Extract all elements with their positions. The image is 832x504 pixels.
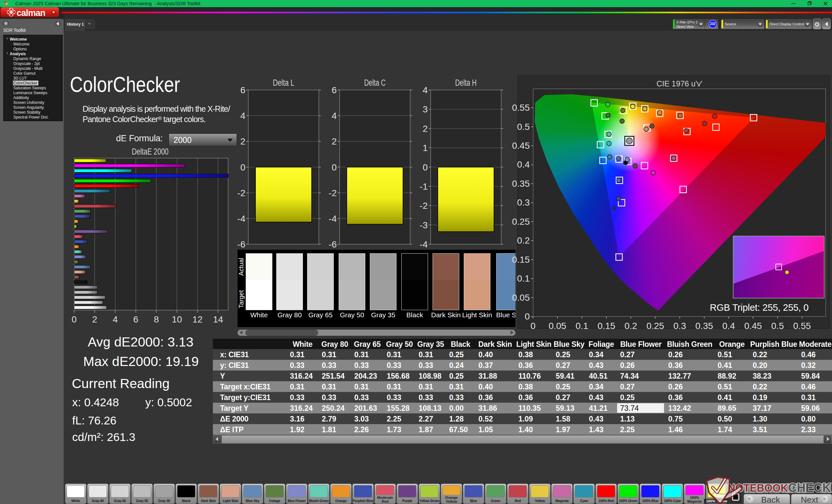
- svg-text:0.35: 0.35: [696, 321, 713, 331]
- svg-text:2: 2: [332, 136, 337, 146]
- svg-text:-1: -1: [420, 181, 428, 192]
- svg-text:Delta C: Delta C: [364, 78, 386, 88]
- svg-text:1: 1: [422, 143, 428, 153]
- svg-text:2: 2: [422, 124, 428, 134]
- svg-text:0.05: 0.05: [512, 292, 530, 303]
- svg-text:-2: -2: [237, 188, 245, 198]
- svg-text:4: 4: [113, 314, 118, 325]
- svg-text:0: 0: [240, 162, 245, 172]
- svg-text:0.55: 0.55: [793, 321, 811, 331]
- svg-text:0.25: 0.25: [512, 217, 530, 227]
- svg-text:-4: -4: [329, 214, 337, 224]
- svg-text:0.3: 0.3: [517, 197, 530, 207]
- svg-text:0.05: 0.05: [549, 321, 567, 331]
- svg-text:0.35: 0.35: [512, 178, 530, 189]
- svg-text:0.2: 0.2: [517, 235, 530, 246]
- svg-text:6: 6: [332, 85, 337, 95]
- svg-text:-6: -6: [237, 239, 245, 249]
- svg-text:0.1: 0.1: [576, 321, 588, 331]
- svg-text:0: 0: [422, 162, 428, 172]
- svg-text:0.4: 0.4: [517, 160, 530, 169]
- svg-text:0.2: 0.2: [625, 321, 637, 331]
- svg-text:-4: -4: [420, 239, 428, 249]
- svg-text:6: 6: [133, 314, 138, 325]
- svg-text:-3: -3: [420, 220, 428, 230]
- svg-text:0: 0: [72, 314, 77, 325]
- svg-text:4: 4: [332, 111, 337, 121]
- svg-text:2: 2: [92, 314, 98, 325]
- svg-text:3: 3: [422, 104, 428, 114]
- svg-text:0.4: 0.4: [723, 321, 735, 331]
- svg-text:10: 10: [172, 314, 182, 325]
- svg-text:-6: -6: [329, 239, 337, 249]
- svg-text:0.1: 0.1: [517, 274, 530, 283]
- svg-text:0: 0: [530, 321, 536, 331]
- svg-text:8: 8: [154, 314, 159, 325]
- svg-text:CHECK: CHECK: [788, 481, 831, 495]
- svg-text:0: 0: [332, 162, 337, 172]
- svg-text:-4: -4: [237, 214, 245, 224]
- svg-text:0.45: 0.45: [512, 141, 530, 151]
- svg-text:DeltaE 2000: DeltaE 2000: [132, 147, 169, 157]
- svg-text:0.5: 0.5: [517, 122, 530, 132]
- svg-text:4: 4: [240, 111, 245, 121]
- svg-text:0: 0: [524, 311, 530, 321]
- svg-text:0.25: 0.25: [646, 321, 664, 331]
- svg-text:0.45: 0.45: [744, 321, 762, 331]
- svg-text:2: 2: [240, 136, 245, 146]
- svg-text:0.15: 0.15: [512, 255, 530, 265]
- svg-text:Delta H: Delta H: [455, 78, 477, 88]
- svg-text:0.5: 0.5: [771, 321, 784, 331]
- svg-text:0.3: 0.3: [673, 321, 686, 331]
- svg-text:0.55: 0.55: [512, 103, 530, 113]
- svg-text:-2: -2: [329, 188, 337, 198]
- svg-text:12: 12: [192, 314, 203, 325]
- svg-text:0.15: 0.15: [598, 321, 616, 331]
- svg-text:14: 14: [213, 314, 223, 325]
- svg-text:Delta L: Delta L: [273, 78, 294, 88]
- svg-text:-2: -2: [420, 201, 428, 211]
- svg-text:4: 4: [422, 85, 428, 95]
- svg-text:6: 6: [240, 85, 245, 95]
